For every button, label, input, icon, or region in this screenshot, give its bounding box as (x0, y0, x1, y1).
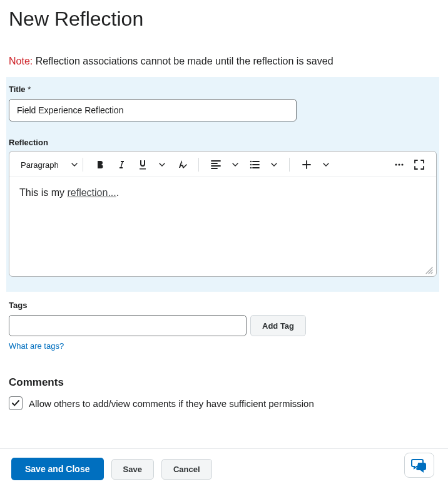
editor-toolbar: Paragraph (9, 152, 436, 177)
insert-button[interactable] (297, 155, 316, 174)
fullscreen-button[interactable] (410, 155, 429, 174)
save-button[interactable]: Save (111, 459, 154, 480)
editor-text: This is my (19, 187, 67, 198)
title-input[interactable] (9, 99, 297, 121)
note-line: Note: Reflection associations cannot be … (9, 56, 437, 67)
required-mark: * (28, 85, 31, 94)
svg-point-4 (398, 163, 400, 165)
list-button[interactable] (245, 155, 264, 174)
text-format-button[interactable] (172, 155, 191, 174)
footer-bar: Save and Close Save Cancel (0, 448, 448, 489)
insert-dropdown[interactable] (318, 155, 333, 174)
cancel-button[interactable]: Cancel (161, 459, 212, 480)
allow-comments-label: Allow others to add/view comments if the… (29, 398, 314, 409)
align-dropdown[interactable] (228, 155, 243, 174)
toolbar-separator (83, 158, 83, 172)
underline-button[interactable] (133, 155, 152, 174)
resize-handle-icon[interactable] (424, 265, 434, 275)
paragraph-style-label: Paragraph (21, 160, 59, 170)
svg-point-5 (401, 163, 403, 165)
chat-icon (411, 458, 427, 473)
rich-text-editor: Paragraph (9, 151, 437, 277)
form-highlight-block: Title * Reflection Paragraph (6, 77, 439, 292)
more-button[interactable] (390, 155, 409, 174)
svg-point-2 (250, 167, 252, 168)
align-button[interactable] (206, 155, 225, 174)
page-title: New Reflection (9, 8, 437, 31)
toolbar-separator (198, 158, 199, 172)
tags-label: Tags (9, 301, 437, 310)
italic-button[interactable] (112, 155, 131, 174)
chat-fab-button[interactable] (404, 453, 434, 478)
toolbar-separator (289, 158, 290, 172)
editor-linked-text: reflection... (67, 187, 116, 198)
bold-button[interactable] (91, 155, 109, 174)
underline-dropdown[interactable] (155, 155, 170, 174)
what-are-tags-link[interactable]: What are tags? (9, 341, 64, 351)
add-tag-button[interactable]: Add Tag (250, 315, 306, 336)
note-text: Reflection associations cannot be made u… (36, 56, 333, 66)
tags-input[interactable] (9, 315, 247, 336)
paragraph-style-select[interactable]: Paragraph (17, 158, 81, 172)
svg-point-3 (395, 163, 397, 165)
editor-body[interactable]: This is my reflection.... (9, 177, 436, 276)
svg-point-0 (250, 161, 252, 162)
title-label: Title * (9, 85, 437, 94)
note-prefix: Note: (9, 56, 33, 66)
save-and-close-button[interactable]: Save and Close (11, 458, 104, 480)
svg-point-1 (250, 164, 252, 165)
chevron-down-icon (71, 163, 78, 167)
allow-comments-checkbox[interactable] (9, 396, 23, 410)
editor-text-trail: . (116, 187, 119, 198)
reflection-label: Reflection (9, 138, 437, 147)
comments-heading: Comments (9, 376, 437, 389)
title-label-text: Title (9, 85, 26, 94)
list-dropdown[interactable] (267, 155, 282, 174)
